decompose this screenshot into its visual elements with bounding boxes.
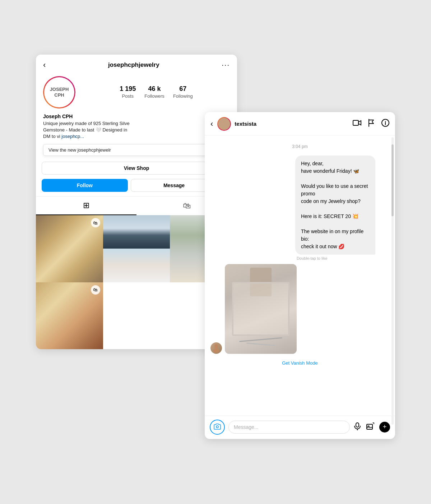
message-input-wrapper: [228, 421, 350, 434]
dm-avatar: [217, 117, 231, 131]
dm-header-icons: [353, 119, 389, 129]
plus-icon: +: [383, 423, 387, 431]
dm-image-wrapper: [210, 264, 389, 354]
avatar-wrapper: JOSEPHCPH: [43, 76, 75, 108]
dm-footer: +: [205, 416, 395, 439]
info-icon[interactable]: [381, 119, 389, 129]
camera-icon: [214, 423, 221, 431]
following-count: 67: [173, 85, 193, 93]
followers-count: 46 k: [144, 85, 164, 93]
dm-timestamp: 3:04 pm: [210, 144, 389, 149]
double-tap-hint: Double-tap to like: [295, 256, 389, 260]
profile-info-row: JOSEPHCPH 1 195 Posts 46 k Followers 67 …: [36, 73, 237, 112]
profile-link[interactable]: josephcp...: [61, 134, 84, 139]
dm-footer-icons: +: [353, 422, 390, 433]
svg-point-3: [213, 348, 219, 352]
following-label: Following: [173, 93, 193, 99]
grid-item-2[interactable]: [103, 215, 170, 282]
profile-username-header: josephcphjewelry: [108, 61, 159, 69]
followers-stat: 46 k Followers: [144, 85, 164, 99]
following-stat: 67 Following: [173, 85, 193, 99]
svg-rect-6: [367, 424, 372, 429]
profile-display-name: Joseph CPH: [43, 114, 230, 119]
dm-back-button[interactable]: ‹: [210, 119, 213, 129]
avatar: JOSEPHCPH: [50, 87, 69, 98]
camera-button[interactable]: [210, 420, 225, 435]
video-call-icon[interactable]: [353, 119, 361, 128]
svg-point-4: [216, 426, 218, 428]
posts-count: 1 195: [120, 85, 136, 93]
scrollbar-track: [391, 137, 394, 425]
dm-bubble-wrapper: Hey, dear, have wonderful Friday! 🦋 Woul…: [210, 156, 389, 260]
photo-library-icon[interactable]: [366, 422, 374, 432]
tab-grid[interactable]: ⊞: [36, 196, 136, 215]
dm-header: ‹ textsista: [205, 112, 395, 135]
posts-label: Posts: [122, 93, 134, 99]
profile-more-button[interactable]: ···: [222, 61, 230, 69]
profile-description: Unique jewelry made of 925 Sterling Silv…: [43, 120, 230, 140]
dm-message-bubble[interactable]: Hey, dear, have wonderful Friday! 🦋 Woul…: [295, 156, 375, 255]
dm-body: 3:04 pm Hey, dear, have wonderful Friday…: [205, 135, 395, 416]
grid-item-5[interactable]: 🛍: [36, 282, 103, 350]
profile-back-button[interactable]: ‹: [43, 60, 46, 70]
svg-point-2: [214, 344, 218, 348]
shop-icon: 🛍: [183, 201, 191, 211]
mic-icon[interactable]: [353, 422, 361, 432]
vanish-mode-button[interactable]: Get Vanish Mode: [210, 357, 389, 367]
profile-header: ‹ josephcphjewelry ···: [36, 55, 237, 73]
grid-item-1[interactable]: 🛍: [36, 215, 103, 282]
dm-photo-message[interactable]: [225, 264, 297, 354]
dm-username: textsista: [235, 121, 349, 127]
grid-badge-5: 🛍: [91, 285, 100, 295]
dm-sender-avatar: [210, 342, 222, 354]
dm-image-row: [210, 264, 297, 354]
message-input[interactable]: [234, 424, 344, 430]
tooltip-box: View the new josephcphjewelr: [43, 144, 230, 156]
followers-label: Followers: [144, 93, 164, 99]
stats-row: 1 195 Posts 46 k Followers 67 Following: [83, 85, 230, 99]
follow-button[interactable]: Follow: [42, 179, 128, 192]
grid-icon: ⊞: [83, 201, 89, 210]
svg-rect-0: [353, 120, 358, 125]
dm-card: ‹ textsista: [205, 112, 395, 439]
posts-stat: 1 195 Posts: [120, 85, 136, 99]
grid-badge-1: 🛍: [91, 218, 100, 227]
scrollbar-thumb[interactable]: [391, 144, 394, 216]
add-content-button[interactable]: +: [379, 422, 390, 433]
svg-rect-5: [356, 423, 359, 427]
flag-icon[interactable]: [368, 119, 375, 129]
avatar-inner: JOSEPHCPH: [44, 77, 74, 107]
view-shop-button[interactable]: View Shop: [42, 162, 231, 175]
